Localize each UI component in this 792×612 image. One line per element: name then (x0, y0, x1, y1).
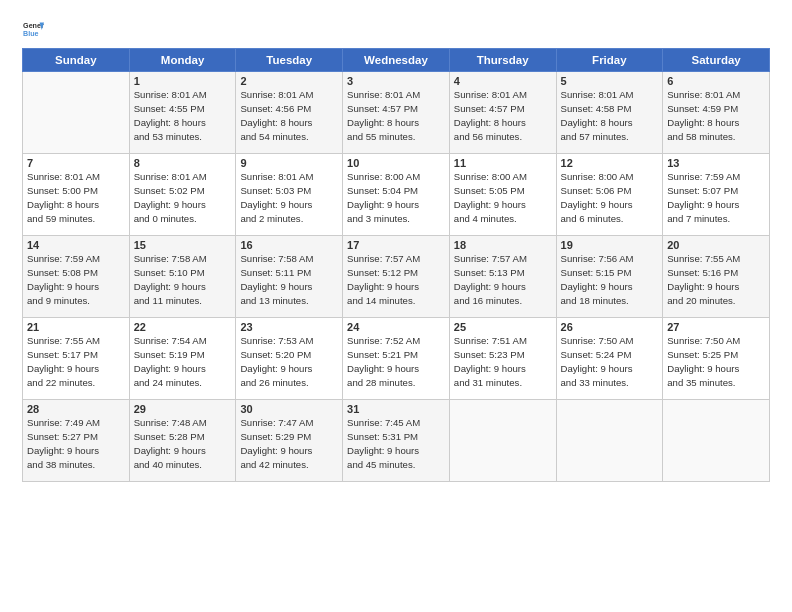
col-header-tuesday: Tuesday (236, 49, 343, 72)
day-number: 16 (240, 239, 338, 251)
col-header-sunday: Sunday (23, 49, 130, 72)
calendar-cell (23, 72, 130, 154)
day-info: Sunrise: 7:59 AMSunset: 5:07 PMDaylight:… (667, 170, 765, 226)
calendar-cell (449, 400, 556, 482)
day-number: 20 (667, 239, 765, 251)
calendar-cell: 26Sunrise: 7:50 AMSunset: 5:24 PMDayligh… (556, 318, 663, 400)
logo-icon: General Blue (22, 18, 44, 40)
calendar-cell: 24Sunrise: 7:52 AMSunset: 5:21 PMDayligh… (343, 318, 450, 400)
calendar-cell: 20Sunrise: 7:55 AMSunset: 5:16 PMDayligh… (663, 236, 770, 318)
calendar-cell: 9Sunrise: 8:01 AMSunset: 5:03 PMDaylight… (236, 154, 343, 236)
day-info: Sunrise: 7:51 AMSunset: 5:23 PMDaylight:… (454, 334, 552, 390)
day-info: Sunrise: 7:55 AMSunset: 5:17 PMDaylight:… (27, 334, 125, 390)
calendar-cell: 15Sunrise: 7:58 AMSunset: 5:10 PMDayligh… (129, 236, 236, 318)
calendar-cell: 12Sunrise: 8:00 AMSunset: 5:06 PMDayligh… (556, 154, 663, 236)
day-number: 9 (240, 157, 338, 169)
calendar-cell: 27Sunrise: 7:50 AMSunset: 5:25 PMDayligh… (663, 318, 770, 400)
calendar-cell: 14Sunrise: 7:59 AMSunset: 5:08 PMDayligh… (23, 236, 130, 318)
day-info: Sunrise: 7:59 AMSunset: 5:08 PMDaylight:… (27, 252, 125, 308)
day-number: 24 (347, 321, 445, 333)
week-row-2: 7Sunrise: 8:01 AMSunset: 5:00 PMDaylight… (23, 154, 770, 236)
day-number: 30 (240, 403, 338, 415)
day-number: 13 (667, 157, 765, 169)
day-info: Sunrise: 7:47 AMSunset: 5:29 PMDaylight:… (240, 416, 338, 472)
calendar-cell: 21Sunrise: 7:55 AMSunset: 5:17 PMDayligh… (23, 318, 130, 400)
day-number: 17 (347, 239, 445, 251)
calendar-cell: 7Sunrise: 8:01 AMSunset: 5:00 PMDaylight… (23, 154, 130, 236)
svg-text:Blue: Blue (23, 30, 39, 38)
day-info: Sunrise: 8:01 AMSunset: 4:58 PMDaylight:… (561, 88, 659, 144)
col-header-saturday: Saturday (663, 49, 770, 72)
day-number: 6 (667, 75, 765, 87)
day-info: Sunrise: 7:54 AMSunset: 5:19 PMDaylight:… (134, 334, 232, 390)
week-row-4: 21Sunrise: 7:55 AMSunset: 5:17 PMDayligh… (23, 318, 770, 400)
day-number: 4 (454, 75, 552, 87)
week-row-5: 28Sunrise: 7:49 AMSunset: 5:27 PMDayligh… (23, 400, 770, 482)
day-info: Sunrise: 8:01 AMSunset: 4:57 PMDaylight:… (347, 88, 445, 144)
calendar-cell: 23Sunrise: 7:53 AMSunset: 5:20 PMDayligh… (236, 318, 343, 400)
calendar-cell: 29Sunrise: 7:48 AMSunset: 5:28 PMDayligh… (129, 400, 236, 482)
day-number: 25 (454, 321, 552, 333)
day-info: Sunrise: 7:53 AMSunset: 5:20 PMDaylight:… (240, 334, 338, 390)
day-number: 29 (134, 403, 232, 415)
day-info: Sunrise: 8:00 AMSunset: 5:05 PMDaylight:… (454, 170, 552, 226)
page: General Blue SundayMondayTuesdayWednesda… (0, 0, 792, 612)
calendar-cell: 3Sunrise: 8:01 AMSunset: 4:57 PMDaylight… (343, 72, 450, 154)
calendar-cell: 19Sunrise: 7:56 AMSunset: 5:15 PMDayligh… (556, 236, 663, 318)
day-number: 11 (454, 157, 552, 169)
calendar-cell: 2Sunrise: 8:01 AMSunset: 4:56 PMDaylight… (236, 72, 343, 154)
day-info: Sunrise: 7:58 AMSunset: 5:11 PMDaylight:… (240, 252, 338, 308)
calendar-cell (663, 400, 770, 482)
day-info: Sunrise: 8:01 AMSunset: 5:03 PMDaylight:… (240, 170, 338, 226)
day-info: Sunrise: 7:57 AMSunset: 5:12 PMDaylight:… (347, 252, 445, 308)
day-info: Sunrise: 7:55 AMSunset: 5:16 PMDaylight:… (667, 252, 765, 308)
day-info: Sunrise: 7:49 AMSunset: 5:27 PMDaylight:… (27, 416, 125, 472)
header-row: SundayMondayTuesdayWednesdayThursdayFrid… (23, 49, 770, 72)
calendar-cell: 31Sunrise: 7:45 AMSunset: 5:31 PMDayligh… (343, 400, 450, 482)
day-info: Sunrise: 7:58 AMSunset: 5:10 PMDaylight:… (134, 252, 232, 308)
day-info: Sunrise: 7:56 AMSunset: 5:15 PMDaylight:… (561, 252, 659, 308)
day-number: 21 (27, 321, 125, 333)
day-number: 1 (134, 75, 232, 87)
day-info: Sunrise: 7:52 AMSunset: 5:21 PMDaylight:… (347, 334, 445, 390)
day-number: 3 (347, 75, 445, 87)
calendar-cell: 5Sunrise: 8:01 AMSunset: 4:58 PMDaylight… (556, 72, 663, 154)
day-info: Sunrise: 8:01 AMSunset: 5:02 PMDaylight:… (134, 170, 232, 226)
calendar-cell: 28Sunrise: 7:49 AMSunset: 5:27 PMDayligh… (23, 400, 130, 482)
day-info: Sunrise: 8:00 AMSunset: 5:04 PMDaylight:… (347, 170, 445, 226)
day-number: 27 (667, 321, 765, 333)
calendar-cell: 11Sunrise: 8:00 AMSunset: 5:05 PMDayligh… (449, 154, 556, 236)
header: General Blue (22, 18, 770, 40)
day-number: 23 (240, 321, 338, 333)
col-header-thursday: Thursday (449, 49, 556, 72)
day-number: 5 (561, 75, 659, 87)
calendar-cell: 30Sunrise: 7:47 AMSunset: 5:29 PMDayligh… (236, 400, 343, 482)
day-number: 31 (347, 403, 445, 415)
week-row-1: 1Sunrise: 8:01 AMSunset: 4:55 PMDaylight… (23, 72, 770, 154)
day-info: Sunrise: 7:50 AMSunset: 5:25 PMDaylight:… (667, 334, 765, 390)
day-number: 15 (134, 239, 232, 251)
day-info: Sunrise: 8:00 AMSunset: 5:06 PMDaylight:… (561, 170, 659, 226)
logo: General Blue (22, 18, 48, 40)
calendar-cell (556, 400, 663, 482)
calendar-table: SundayMondayTuesdayWednesdayThursdayFrid… (22, 48, 770, 482)
day-info: Sunrise: 7:48 AMSunset: 5:28 PMDaylight:… (134, 416, 232, 472)
calendar-cell: 17Sunrise: 7:57 AMSunset: 5:12 PMDayligh… (343, 236, 450, 318)
calendar-cell: 6Sunrise: 8:01 AMSunset: 4:59 PMDaylight… (663, 72, 770, 154)
calendar-cell: 16Sunrise: 7:58 AMSunset: 5:11 PMDayligh… (236, 236, 343, 318)
day-number: 19 (561, 239, 659, 251)
calendar-cell: 10Sunrise: 8:00 AMSunset: 5:04 PMDayligh… (343, 154, 450, 236)
day-number: 14 (27, 239, 125, 251)
day-info: Sunrise: 8:01 AMSunset: 4:55 PMDaylight:… (134, 88, 232, 144)
day-number: 26 (561, 321, 659, 333)
day-number: 7 (27, 157, 125, 169)
day-info: Sunrise: 7:45 AMSunset: 5:31 PMDaylight:… (347, 416, 445, 472)
day-info: Sunrise: 8:01 AMSunset: 4:57 PMDaylight:… (454, 88, 552, 144)
calendar-cell: 1Sunrise: 8:01 AMSunset: 4:55 PMDaylight… (129, 72, 236, 154)
calendar-cell: 13Sunrise: 7:59 AMSunset: 5:07 PMDayligh… (663, 154, 770, 236)
calendar-body: 1Sunrise: 8:01 AMSunset: 4:55 PMDaylight… (23, 72, 770, 482)
week-row-3: 14Sunrise: 7:59 AMSunset: 5:08 PMDayligh… (23, 236, 770, 318)
day-number: 10 (347, 157, 445, 169)
calendar-cell: 8Sunrise: 8:01 AMSunset: 5:02 PMDaylight… (129, 154, 236, 236)
day-info: Sunrise: 8:01 AMSunset: 4:56 PMDaylight:… (240, 88, 338, 144)
